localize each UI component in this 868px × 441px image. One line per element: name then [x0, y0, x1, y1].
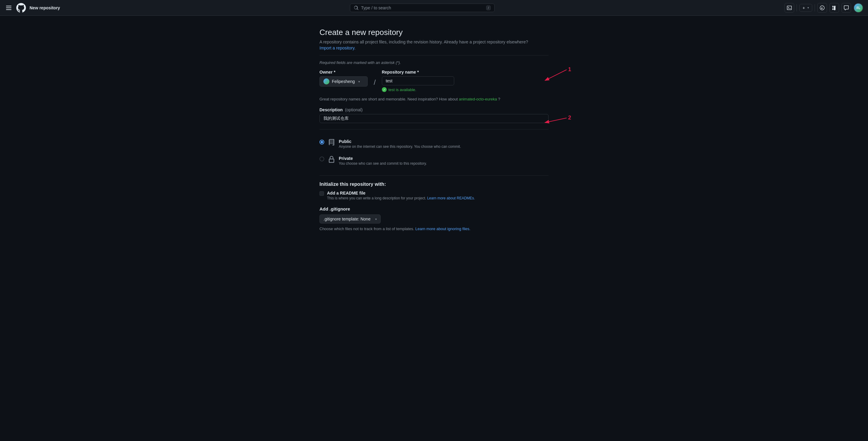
subtitle-text: A repository contains all project files,… [319, 39, 549, 45]
slash-separator: / [373, 70, 377, 89]
initialize-section: Initialize this repository with: Add a R… [319, 182, 549, 200]
gitignore-learn-link[interactable]: Learn more about ignoring files. [415, 227, 470, 231]
svg-line-5 [546, 70, 567, 80]
description-input[interactable] [319, 114, 549, 123]
header-divider-2 [815, 4, 815, 11]
owner-repo-container: Owner * Felipesheng ▾ / Repository name … [319, 70, 549, 92]
readme-text-group: Add a README file This is where you can … [327, 190, 475, 200]
readme-learn-link[interactable]: Learn more about READMEs. [427, 196, 475, 200]
copilot-button[interactable]: ● [817, 3, 827, 13]
readme-checkbox[interactable] [319, 191, 324, 196]
gitignore-template-label: .gitignore template: None [323, 216, 370, 222]
owner-group: Owner * Felipesheng ▾ [319, 70, 368, 87]
header-right: + ▾ ● [784, 3, 863, 13]
inspiration-name-link[interactable]: animated-octo-eureka [459, 97, 497, 101]
top-divider [319, 55, 549, 56]
owner-chevron-icon: ▾ [358, 80, 360, 83]
header-left: New repository [5, 3, 60, 13]
search-area: Type / to search / [65, 4, 780, 12]
new-btn-chevron: ▾ [807, 6, 809, 9]
svg-text:●: ● [821, 6, 823, 10]
owner-avatar-small [323, 79, 330, 85]
gitignore-title: Add .gitignore [319, 206, 549, 211]
owner-label: Owner * [319, 70, 368, 75]
pull-request-button[interactable] [830, 3, 839, 13]
visibility-section: Public Anyone on the internet can see th… [319, 136, 549, 169]
user-avatar[interactable]: FL [854, 3, 863, 13]
public-radio-fill [321, 141, 323, 143]
search-placeholder-text: Type / to search [361, 5, 484, 10]
header: New repository Type / to search / + ▾ [0, 0, 868, 16]
search-keyboard-shortcut: / [486, 5, 491, 10]
public-radio[interactable] [319, 140, 324, 145]
public-label: Public [339, 139, 461, 144]
description-label: Description (optional) [319, 108, 549, 112]
repo-name-label: Repository name * [382, 70, 454, 75]
svg-text:1: 1 [568, 66, 571, 72]
import-repo-link[interactable]: Import a repository. [319, 46, 355, 50]
gitignore-note: Choose which files not to track from a l… [319, 227, 549, 231]
gitignore-dropdown[interactable]: .gitignore template: None ▾ [319, 214, 381, 224]
hamburger-menu-button[interactable] [5, 4, 13, 11]
private-label: Private [339, 156, 427, 161]
header-divider [797, 4, 797, 11]
create-new-button[interactable]: + ▾ [799, 4, 812, 12]
mid-divider-2 [319, 175, 549, 176]
svg-text:FL: FL [857, 6, 861, 10]
private-option[interactable]: Private You choose who can see and commi… [319, 152, 549, 169]
required-fields-note: Required fields are marked with an aster… [319, 60, 549, 65]
private-text-group: Private You choose who can see and commi… [339, 156, 427, 166]
svg-text:2: 2 [568, 115, 571, 121]
main-content: Create a new repository A repository con… [0, 16, 868, 243]
annotation-arrow-1: 1 [542, 64, 609, 88]
check-icon: ✓ [382, 87, 387, 92]
repo-name-group: Repository name * ✓ test is available. [382, 70, 454, 92]
private-radio[interactable] [319, 156, 324, 161]
annotation-arrow-2: 2 [542, 113, 609, 131]
slash-text: / [373, 78, 377, 87]
private-lock-icon [328, 156, 335, 163]
plus-icon: + [803, 5, 805, 10]
gitignore-section: Add .gitignore .gitignore template: None… [319, 206, 549, 231]
mid-divider-1 [319, 129, 549, 129]
public-text-group: Public Anyone on the internet can see th… [339, 139, 461, 149]
github-logo-icon [16, 3, 26, 13]
search-icon [354, 5, 359, 10]
create-repo-title: Create a new repository [319, 28, 549, 37]
owner-repo-row: Owner * Felipesheng ▾ / Repository name … [319, 70, 549, 92]
gitignore-chevron-icon: ▾ [375, 217, 377, 221]
inbox-button[interactable] [841, 3, 851, 13]
search-bar[interactable]: Type / to search / [350, 4, 495, 12]
readme-label: Add a README file [327, 190, 475, 196]
owner-dropdown[interactable]: Felipesheng ▾ [319, 76, 368, 87]
owner-value: Felipesheng [332, 79, 355, 84]
page-title: New repository [30, 5, 60, 10]
form-container: Create a new repository A repository con… [319, 28, 549, 231]
public-desc: Anyone on the internet can see this repo… [339, 145, 461, 149]
terminal-button[interactable] [784, 3, 794, 13]
private-desc: You choose who can see and commit to thi… [339, 161, 427, 166]
description-optional: (optional) [345, 108, 363, 112]
inspiration-text: Great repository names are short and mem… [319, 97, 549, 101]
readme-desc: This is where you can write a long descr… [327, 196, 475, 200]
description-group: Description (optional) 2 [319, 108, 549, 123]
init-title: Initialize this repository with: [319, 182, 549, 187]
readme-option[interactable]: Add a README file This is where you can … [319, 190, 549, 200]
slash-kbd: / [486, 5, 491, 10]
public-globe-icon [328, 139, 335, 146]
available-text: test is available. [389, 87, 416, 92]
repo-name-input[interactable] [382, 76, 454, 85]
availability-status: ✓ test is available. [382, 87, 454, 92]
svg-line-8 [546, 118, 567, 122]
public-option[interactable]: Public Anyone on the internet can see th… [319, 136, 549, 152]
